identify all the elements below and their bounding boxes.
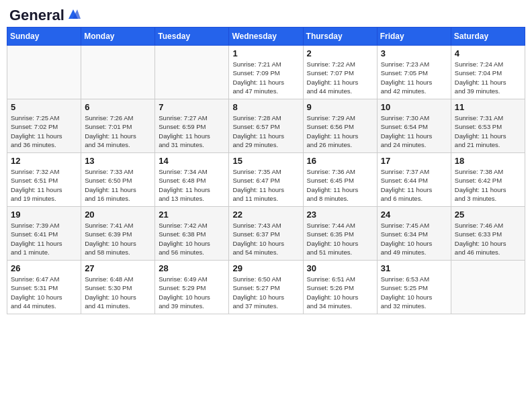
day-header-friday: Friday (377, 28, 451, 46)
day-info: Sunrise: 7:39 AM Sunset: 6:41 PM Dayligh… (11, 221, 77, 257)
day-number: 26 (11, 263, 77, 273)
day-number: 12 (11, 156, 77, 166)
day-number: 20 (85, 210, 151, 220)
day-cell: 6Sunrise: 7:26 AM Sunset: 7:01 PM Daylig… (81, 99, 155, 153)
logo: General (9, 7, 81, 21)
day-info: Sunrise: 7:33 AM Sunset: 6:50 PM Dayligh… (85, 167, 151, 203)
day-cell (155, 46, 229, 99)
day-number: 14 (159, 156, 225, 166)
day-info: Sunrise: 7:30 AM Sunset: 6:54 PM Dayligh… (381, 113, 447, 149)
day-cell: 12Sunrise: 7:32 AM Sunset: 6:51 PM Dayli… (7, 153, 81, 207)
day-cell: 8Sunrise: 7:28 AM Sunset: 6:57 PM Daylig… (229, 99, 303, 153)
day-info: Sunrise: 6:47 AM Sunset: 5:31 PM Dayligh… (11, 275, 77, 310)
day-info: Sunrise: 7:23 AM Sunset: 7:05 PM Dayligh… (381, 60, 447, 95)
day-number: 8 (232, 102, 299, 112)
day-number: 9 (307, 102, 373, 112)
day-info: Sunrise: 7:38 AM Sunset: 6:42 PM Dayligh… (455, 167, 521, 203)
day-info: Sunrise: 7:21 AM Sunset: 7:09 PM Dayligh… (232, 60, 299, 95)
day-cell: 16Sunrise: 7:36 AM Sunset: 6:45 PM Dayli… (303, 153, 377, 207)
day-header-wednesday: Wednesday (229, 28, 303, 46)
day-cell: 10Sunrise: 7:30 AM Sunset: 6:54 PM Dayli… (377, 99, 451, 153)
day-info: Sunrise: 7:32 AM Sunset: 6:51 PM Dayligh… (11, 167, 77, 203)
day-number: 3 (381, 48, 447, 58)
day-info: Sunrise: 7:43 AM Sunset: 6:37 PM Dayligh… (232, 221, 299, 257)
day-number: 24 (381, 210, 447, 220)
day-header-sunday: Sunday (7, 28, 81, 46)
day-cell: 20Sunrise: 7:41 AM Sunset: 6:39 PM Dayli… (81, 207, 155, 261)
day-cell: 22Sunrise: 7:43 AM Sunset: 6:37 PM Dayli… (229, 207, 303, 261)
day-number: 16 (307, 156, 373, 166)
day-number: 5 (11, 102, 77, 112)
day-number: 15 (232, 156, 299, 166)
day-number: 10 (381, 102, 447, 112)
day-number: 13 (85, 156, 151, 166)
week-row-4: 19Sunrise: 7:39 AM Sunset: 6:41 PM Dayli… (7, 207, 525, 261)
day-info: Sunrise: 7:36 AM Sunset: 6:45 PM Dayligh… (307, 167, 373, 203)
day-cell: 15Sunrise: 7:35 AM Sunset: 6:47 PM Dayli… (229, 153, 303, 207)
day-number: 22 (232, 210, 299, 220)
day-info: Sunrise: 7:26 AM Sunset: 7:01 PM Dayligh… (85, 113, 151, 149)
day-cell (7, 46, 81, 99)
day-cell: 17Sunrise: 7:37 AM Sunset: 6:44 PM Dayli… (377, 153, 451, 207)
week-row-5: 26Sunrise: 6:47 AM Sunset: 5:31 PM Dayli… (7, 261, 525, 314)
day-cell: 11Sunrise: 7:31 AM Sunset: 6:53 PM Dayli… (451, 99, 525, 153)
day-info: Sunrise: 7:24 AM Sunset: 7:04 PM Dayligh… (455, 60, 521, 95)
day-cell: 14Sunrise: 7:34 AM Sunset: 6:48 PM Dayli… (155, 153, 229, 207)
day-info: Sunrise: 7:46 AM Sunset: 6:33 PM Dayligh… (455, 221, 521, 257)
day-cell: 13Sunrise: 7:33 AM Sunset: 6:50 PM Dayli… (81, 153, 155, 207)
day-number: 2 (307, 48, 373, 58)
day-number: 23 (307, 210, 373, 220)
day-number: 21 (159, 210, 225, 220)
day-info: Sunrise: 7:34 AM Sunset: 6:48 PM Dayligh… (159, 167, 225, 203)
logo-icon (66, 8, 81, 20)
day-number: 25 (455, 210, 521, 220)
day-cell: 2Sunrise: 7:22 AM Sunset: 7:07 PM Daylig… (303, 46, 377, 99)
day-cell: 24Sunrise: 7:45 AM Sunset: 6:34 PM Dayli… (377, 207, 451, 261)
day-info: Sunrise: 7:31 AM Sunset: 6:53 PM Dayligh… (455, 113, 521, 149)
calendar-table: SundayMondayTuesdayWednesdayThursdayFrid… (7, 27, 525, 314)
day-cell: 29Sunrise: 6:50 AM Sunset: 5:27 PM Dayli… (229, 261, 303, 314)
week-row-3: 12Sunrise: 7:32 AM Sunset: 6:51 PM Dayli… (7, 153, 525, 207)
day-header-thursday: Thursday (303, 28, 377, 46)
day-cell: 1Sunrise: 7:21 AM Sunset: 7:09 PM Daylig… (229, 46, 303, 99)
day-info: Sunrise: 7:27 AM Sunset: 6:59 PM Dayligh… (159, 113, 225, 149)
day-cell: 3Sunrise: 7:23 AM Sunset: 7:05 PM Daylig… (377, 46, 451, 99)
day-cell: 5Sunrise: 7:25 AM Sunset: 7:02 PM Daylig… (7, 99, 81, 153)
day-cell: 21Sunrise: 7:42 AM Sunset: 6:38 PM Dayli… (155, 207, 229, 261)
day-number: 28 (159, 263, 225, 273)
day-number: 29 (232, 263, 299, 273)
day-cell: 18Sunrise: 7:38 AM Sunset: 6:42 PM Dayli… (451, 153, 525, 207)
page-header: General (7, 7, 525, 21)
day-number: 17 (381, 156, 447, 166)
week-row-1: 1Sunrise: 7:21 AM Sunset: 7:09 PM Daylig… (7, 46, 525, 99)
day-info: Sunrise: 6:53 AM Sunset: 5:25 PM Dayligh… (381, 275, 447, 310)
week-row-2: 5Sunrise: 7:25 AM Sunset: 7:02 PM Daylig… (7, 99, 525, 153)
day-cell: 7Sunrise: 7:27 AM Sunset: 6:59 PM Daylig… (155, 99, 229, 153)
day-info: Sunrise: 7:28 AM Sunset: 6:57 PM Dayligh… (232, 113, 299, 149)
day-number: 30 (307, 263, 373, 273)
day-number: 1 (232, 48, 299, 58)
day-number: 18 (455, 156, 521, 166)
day-info: Sunrise: 7:44 AM Sunset: 6:35 PM Dayligh… (307, 221, 373, 257)
day-cell (451, 261, 525, 314)
day-info: Sunrise: 7:42 AM Sunset: 6:38 PM Dayligh… (159, 221, 225, 257)
day-info: Sunrise: 7:35 AM Sunset: 6:47 PM Dayligh… (232, 167, 299, 203)
day-info: Sunrise: 7:25 AM Sunset: 7:02 PM Dayligh… (11, 113, 77, 149)
day-info: Sunrise: 7:41 AM Sunset: 6:39 PM Dayligh… (85, 221, 151, 257)
day-cell: 30Sunrise: 6:51 AM Sunset: 5:26 PM Dayli… (303, 261, 377, 314)
day-number: 27 (85, 263, 151, 273)
day-number: 11 (455, 102, 521, 112)
day-header-saturday: Saturday (451, 28, 525, 46)
day-number: 19 (11, 210, 77, 220)
logo-general: General (9, 7, 64, 24)
day-cell: 28Sunrise: 6:49 AM Sunset: 5:29 PM Dayli… (155, 261, 229, 314)
day-cell: 31Sunrise: 6:53 AM Sunset: 5:25 PM Dayli… (377, 261, 451, 314)
day-cell: 4Sunrise: 7:24 AM Sunset: 7:04 PM Daylig… (451, 46, 525, 99)
day-info: Sunrise: 6:51 AM Sunset: 5:26 PM Dayligh… (307, 275, 373, 310)
day-info: Sunrise: 7:45 AM Sunset: 6:34 PM Dayligh… (381, 221, 447, 257)
day-header-tuesday: Tuesday (155, 28, 229, 46)
header-row: SundayMondayTuesdayWednesdayThursdayFrid… (7, 28, 525, 46)
day-header-monday: Monday (81, 28, 155, 46)
day-info: Sunrise: 6:50 AM Sunset: 5:27 PM Dayligh… (232, 275, 299, 310)
day-cell: 23Sunrise: 7:44 AM Sunset: 6:35 PM Dayli… (303, 207, 377, 261)
